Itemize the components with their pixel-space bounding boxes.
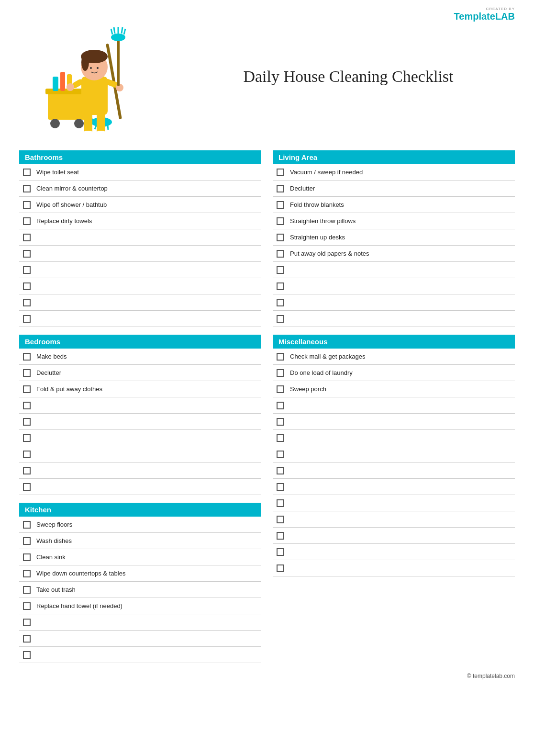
illustration-svg: [19, 14, 163, 139]
item-text: Check mail & get packages: [290, 353, 511, 360]
item-text: Wipe down countertops & tables: [36, 570, 257, 577]
bedrooms-header: Bedrooms: [19, 335, 261, 349]
list-item: [19, 446, 261, 463]
list-item: Sweep floors: [19, 517, 261, 533]
footer: © templatelab.com: [19, 673, 515, 679]
svg-rect-11: [60, 72, 65, 91]
list-item: [273, 414, 515, 430]
checkbox[interactable]: [277, 434, 284, 442]
checkbox[interactable]: [23, 282, 31, 290]
list-item: Check mail & get packages: [273, 349, 515, 365]
svg-line-33: [124, 29, 125, 34]
created-by-label: CREATED BY: [454, 7, 515, 11]
checkbox[interactable]: [277, 385, 284, 393]
checkbox[interactable]: [23, 315, 31, 323]
checkbox[interactable]: [23, 467, 31, 474]
checkbox[interactable]: [23, 217, 31, 225]
list-item: [273, 262, 515, 278]
living-area-section: Living Area Vacuum / sweep if needed Dec…: [273, 150, 515, 327]
checkbox[interactable]: [23, 434, 31, 442]
checkbox[interactable]: [23, 483, 31, 491]
checkbox[interactable]: [23, 234, 31, 241]
logo-text: TemplateLAB: [454, 11, 515, 22]
svg-point-21: [67, 83, 74, 91]
checkbox[interactable]: [23, 353, 31, 361]
checkbox[interactable]: [277, 299, 284, 306]
svg-point-3: [74, 119, 84, 128]
checkbox[interactable]: [277, 499, 284, 507]
checkbox[interactable]: [23, 537, 31, 545]
checkbox[interactable]: [277, 418, 284, 426]
list-item: Clean mirror & countertop: [19, 181, 261, 197]
list-item: Wipe toilet seat: [19, 164, 261, 181]
item-text: Clean mirror & countertop: [36, 185, 257, 192]
svg-line-30: [114, 27, 115, 34]
list-item: [273, 278, 515, 294]
checkbox[interactable]: [277, 532, 284, 540]
checkbox[interactable]: [23, 402, 31, 409]
checkbox[interactable]: [277, 483, 284, 491]
checkbox[interactable]: [277, 315, 284, 323]
checkbox[interactable]: [23, 521, 31, 529]
checkbox[interactable]: [277, 217, 284, 225]
checkbox[interactable]: [23, 266, 31, 274]
kitchen-header: Kitchen: [19, 503, 261, 517]
logo: CREATED BY TemplateLAB: [454, 7, 515, 22]
list-item: Sweep porch: [273, 381, 515, 397]
list-item: [19, 278, 261, 294]
list-item: [273, 528, 515, 544]
checkbox[interactable]: [23, 418, 31, 426]
list-item: [19, 430, 261, 446]
checkbox[interactable]: [23, 570, 31, 577]
checkbox[interactable]: [277, 266, 284, 274]
checkbox[interactable]: [23, 201, 31, 209]
item-text: Sweep floors: [36, 521, 257, 528]
checkbox[interactable]: [277, 451, 284, 458]
item-text: Make beds: [36, 353, 257, 360]
checkbox[interactable]: [277, 353, 284, 361]
footer-text: © templatelab.com: [467, 673, 515, 679]
svg-point-17: [90, 67, 92, 69]
list-item: [273, 495, 515, 511]
svg-line-32: [122, 27, 122, 34]
checkbox[interactable]: [277, 201, 284, 209]
checkbox[interactable]: [23, 635, 31, 643]
list-item: [19, 246, 261, 262]
list-item: [273, 446, 515, 463]
checkbox[interactable]: [23, 169, 31, 176]
list-item: Straighten up desks: [273, 229, 515, 246]
checklist-grid: Bathrooms Wipe toilet seat Clean mirror …: [19, 150, 515, 663]
list-item: Take out trash: [19, 582, 261, 598]
checkbox[interactable]: [277, 467, 284, 474]
checkbox[interactable]: [23, 385, 31, 393]
checkbox[interactable]: [23, 299, 31, 306]
checkbox[interactable]: [23, 250, 31, 258]
checkbox[interactable]: [277, 402, 284, 409]
checkbox[interactable]: [277, 234, 284, 241]
checkbox[interactable]: [277, 282, 284, 290]
checkbox[interactable]: [277, 250, 284, 258]
checkbox[interactable]: [23, 602, 31, 610]
logo-lab: LAB: [495, 11, 515, 22]
checkbox[interactable]: [23, 651, 31, 659]
list-item: Fold throw blankets: [273, 197, 515, 213]
checkbox[interactable]: [277, 548, 284, 556]
title-area: Daily House Cleaning Checklist: [172, 68, 515, 86]
list-item: [273, 511, 515, 528]
checkbox[interactable]: [277, 369, 284, 377]
checkbox[interactable]: [277, 185, 284, 192]
kitchen-section: Kitchen Sweep floors Wash dishes Clean s…: [19, 503, 261, 663]
list-item: [19, 414, 261, 430]
checkbox[interactable]: [23, 586, 31, 594]
list-item: [19, 311, 261, 327]
list-item: Declutter: [273, 181, 515, 197]
checkbox[interactable]: [277, 564, 284, 572]
checkbox[interactable]: [23, 553, 31, 561]
checkbox[interactable]: [277, 169, 284, 176]
checkbox[interactable]: [23, 369, 31, 377]
checkbox[interactable]: [277, 516, 284, 523]
item-text: Wipe toilet seat: [36, 169, 257, 176]
checkbox[interactable]: [23, 185, 31, 192]
checkbox[interactable]: [23, 619, 31, 626]
checkbox[interactable]: [23, 451, 31, 458]
